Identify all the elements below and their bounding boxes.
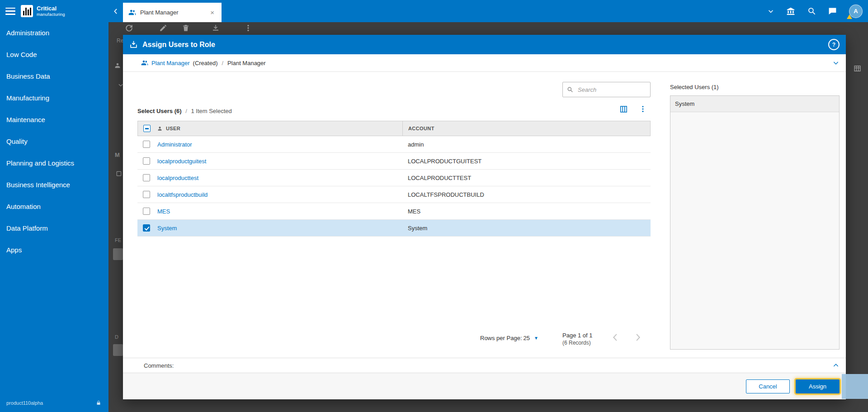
sidebar-item-quality[interactable]: Quality	[0, 131, 108, 152]
cancel-button[interactable]: Cancel	[746, 379, 790, 393]
breadcrumb-separator: /	[222, 60, 223, 66]
page-info: Page 1 of 1 (6 Records)	[562, 331, 593, 347]
account-cell: admin	[402, 141, 651, 148]
page-label: Page 1 of 1	[562, 331, 593, 339]
tab-overflow-chevron-icon[interactable]	[768, 8, 774, 14]
app-logo: Critical manufacturing	[21, 5, 65, 17]
clipped-button-fragment	[113, 248, 123, 260]
row-checkbox[interactable]	[143, 174, 150, 181]
account-cell: MES	[402, 208, 651, 215]
user-link[interactable]: localtfsproductbuild	[157, 191, 208, 198]
column-header-user[interactable]: USER	[166, 126, 180, 131]
sidebar: Administration Low Code Business Data Ma…	[0, 22, 108, 412]
summary-separator: /	[185, 108, 187, 114]
row-checkbox[interactable]	[143, 141, 150, 148]
sidebar-item-business-intelligence[interactable]: Business Intelligence	[0, 174, 108, 196]
comments-section: Comments:	[123, 358, 846, 373]
rows-per-page-caret-icon[interactable]: ▼	[534, 336, 538, 341]
avatar[interactable]: A	[849, 5, 863, 18]
row-checkbox[interactable]	[143, 208, 150, 215]
dialog-footer: Cancel Assign	[123, 373, 846, 399]
records-label: (6 Records)	[562, 339, 593, 347]
breadcrumb-role-link[interactable]: Plant Manager	[151, 60, 190, 66]
comments-label: Comments:	[144, 362, 174, 369]
clipped-text-fragment: FE	[115, 237, 121, 243]
logo-mark-icon	[21, 5, 33, 17]
previous-page-icon[interactable]	[610, 332, 620, 342]
lock-icon	[96, 400, 101, 406]
table-menu-icon[interactable]	[639, 105, 647, 114]
help-button[interactable]: ?	[828, 39, 840, 50]
comments-collapse-chevron-icon[interactable]	[832, 362, 840, 369]
logo-line1: Critical	[37, 5, 65, 11]
sidebar-item-low-code[interactable]: Low Code	[0, 44, 108, 66]
grid-view-icon	[854, 65, 861, 72]
sidebar-item-automation[interactable]: Automation	[0, 196, 108, 218]
sidebar-item-administration[interactable]: Administration	[0, 22, 108, 44]
more-options-icon	[244, 24, 252, 32]
assign-icon	[129, 40, 138, 49]
sidebar-item-maintenance[interactable]: Maintenance	[0, 109, 108, 131]
search-box	[562, 82, 651, 97]
topbar-left: Critical manufacturing	[0, 0, 108, 22]
search-icon	[567, 86, 573, 93]
user-link[interactable]: localproductguitest	[157, 158, 206, 165]
user-link[interactable]: System	[157, 225, 177, 232]
select-all-checkbox[interactable]	[143, 125, 151, 132]
next-page-icon[interactable]	[633, 332, 643, 342]
assign-users-dialog: Assign Users to Role ? Plant Manager (Cr…	[123, 35, 846, 399]
sidebar-item-business-data[interactable]: Business Data	[0, 66, 108, 87]
warning-badge-icon	[847, 14, 852, 19]
breadcrumb: Plant Manager (Created) / Plant Manager	[123, 54, 846, 72]
table-row[interactable]: localproductguitest LOCALPRODUCTGUITEST	[137, 153, 651, 170]
tab-scroll-left-icon[interactable]	[108, 0, 123, 22]
table-row[interactable]: Administrator admin	[137, 136, 651, 153]
users-icon	[128, 9, 136, 16]
messages-icon[interactable]	[828, 7, 837, 15]
search-input[interactable]	[577, 86, 658, 94]
row-checkbox[interactable]	[143, 191, 150, 198]
account-cell: System	[402, 225, 651, 232]
selected-users-panel: System	[670, 95, 840, 350]
select-users-summary: Select Users (6) / 1 Item Selected	[137, 108, 232, 114]
table-row[interactable]: localtfsproductbuild LOCALTFSPRODUCTBUIL…	[137, 186, 651, 203]
rows-per-page-label: Rows per Page:	[480, 335, 522, 341]
sidebar-item-manufacturing[interactable]: Manufacturing	[0, 87, 108, 109]
row-checkbox[interactable]	[143, 224, 150, 232]
logo-line2: manufacturing	[37, 12, 65, 17]
table-row-selected[interactable]: System System	[137, 220, 651, 237]
user-link[interactable]: MES	[157, 208, 170, 215]
breadcrumb-current: Plant Manager	[227, 60, 266, 66]
clipped-button-fragment	[113, 344, 123, 356]
search-icon[interactable]	[807, 7, 816, 15]
row-checkbox[interactable]	[143, 157, 150, 165]
tab-label: Plant Manager	[140, 9, 204, 16]
user-link[interactable]: Administrator	[157, 141, 192, 148]
users-table: USER ACCOUNT Administrator admin localpr…	[137, 121, 651, 237]
users-icon	[115, 62, 122, 69]
users-icon	[141, 59, 148, 66]
selected-user-item[interactable]: System	[670, 96, 839, 112]
avatar-letter: A	[854, 8, 858, 14]
table-actions	[619, 105, 647, 114]
dialog-header: Assign Users to Role ?	[123, 35, 846, 54]
company-icon[interactable]	[786, 7, 795, 16]
tab-strip: Plant Manager ×	[108, 0, 222, 22]
sidebar-item-planning-and-logistics[interactable]: Planning and Logistics	[0, 152, 108, 174]
menu-icon[interactable]	[5, 8, 15, 15]
table-row[interactable]: MES MES	[137, 203, 651, 220]
sidebar-item-apps[interactable]: Apps	[0, 239, 108, 261]
rows-per-page[interactable]: Rows per Page: 25 ▼	[480, 335, 538, 341]
select-users-count: Select Users (6)	[137, 108, 182, 114]
edit-icon	[159, 24, 167, 32]
dialog-title: Assign Users to Role	[142, 41, 215, 49]
column-chooser-icon[interactable]	[619, 105, 628, 114]
breadcrumb-collapse-chevron-icon[interactable]	[832, 59, 840, 66]
tab-plant-manager[interactable]: Plant Manager ×	[123, 3, 222, 22]
user-link[interactable]: localproducttest	[157, 175, 198, 181]
table-row[interactable]: localproducttest LOCALPRODUCTTEST	[137, 170, 651, 186]
sidebar-item-data-platform[interactable]: Data Platform	[0, 218, 108, 239]
column-header-account[interactable]: ACCOUNT	[408, 126, 434, 131]
tab-close-icon[interactable]: ×	[208, 8, 216, 17]
assign-button[interactable]: Assign	[796, 379, 840, 393]
